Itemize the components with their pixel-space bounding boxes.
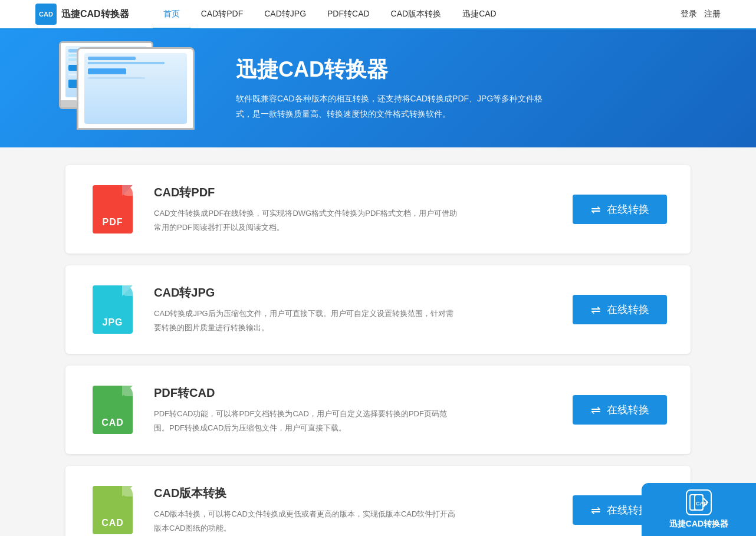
laptop-mockup [77, 47, 195, 130]
jpg-file-icon: JPG [93, 285, 133, 334]
card-cad-to-jpg: JPG CAD转JPG CAD转换成JPG后为压缩包文件，用户可直接下载。用户可… [65, 265, 691, 354]
jpg-file-label: JPG [102, 317, 123, 328]
float-btn-label: 迅捷CAD转换器 [669, 519, 728, 530]
float-cad-button[interactable]: CAD 迅捷CAD转换器 [642, 483, 756, 536]
nav-item-home[interactable]: 首页 [153, 0, 190, 29]
navbar: CAD 迅捷CAD转换器 首页 CAD转PDF CAD转JPG PDF转CAD … [0, 0, 756, 29]
nav-item-pdf-to-cad[interactable]: PDF转CAD [317, 0, 380, 29]
card-content-pdf-cad: PDF转CAD PDF转CAD功能，可以将PDF文档转换为CAD，用户可自定义选… [154, 385, 555, 435]
card-desc-jpg: CAD转换成JPG后为压缩包文件，用户可直接下载。用户可自定义设置转换范围，针对… [154, 307, 461, 334]
pdf-file-label: PDF [103, 217, 123, 228]
card-title-pdf-cad: PDF转CAD [154, 385, 555, 401]
cad-green-file-icon: CAD [93, 386, 133, 434]
card-cad-version: CAD CAD版本转换 CAD版本转换，可以将CAD文件转换成更低或者更高的版本… [65, 466, 691, 536]
cad-lime-file-label: CAD [101, 518, 124, 528]
convert-btn-jpg[interactable]: ⇌ 在线转换 [573, 295, 667, 324]
card-desc-pdf: CAD文件转换成PDF在线转换，可实现将DWG格式文件转换为PDF格式文档，用户… [154, 206, 461, 234]
pdf-file-icon: PDF [93, 185, 133, 234]
logo-text: 迅捷CAD转换器 [61, 8, 129, 21]
convert-btn-pdf-cad[interactable]: ⇌ 在线转换 [573, 395, 667, 425]
convert-label-pdf-cad: 在线转换 [607, 403, 649, 417]
nav-menu: 首页 CAD转PDF CAD转JPG PDF转CAD CAD版本转换 迅捷CAD [153, 0, 681, 29]
convert-icon-jpg: ⇌ [591, 302, 601, 317]
card-desc-version: CAD版本转换，可以将CAD文件转换成更低或者更高的版本，实现低版本CAD软件打… [154, 507, 461, 535]
card-desc-pdf-cad: PDF转CAD功能，可以将PDF文档转换为CAD，用户可自定义选择要转换的PDF… [154, 407, 461, 435]
card-content-version: CAD版本转换 CAD版本转换，可以将CAD文件转换成更低或者更高的版本，实现低… [154, 485, 555, 535]
card-icon-cad-lime: CAD [89, 484, 136, 536]
card-content-jpg: CAD转JPG CAD转换成JPG后为压缩包文件，用户可直接下载。用户可自定义设… [154, 285, 555, 334]
hero-banner: 转换 迅捷CAD转换器 软件既兼容CAD各种版本的相互转换，还支持将CAD转换成… [0, 29, 756, 147]
card-icon-jpg: JPG [89, 283, 136, 336]
logo-icon: CAD [35, 4, 57, 25]
convert-label-pdf: 在线转换 [607, 202, 649, 216]
card-icon-pdf: PDF [89, 183, 136, 236]
nav-item-cad-version[interactable]: CAD版本转换 [380, 0, 452, 29]
nav-auth: 登录 注册 [681, 9, 721, 19]
nav-item-cad-to-pdf[interactable]: CAD转PDF [190, 0, 254, 29]
card-title-jpg: CAD转JPG [154, 285, 555, 301]
login-link[interactable]: 登录 [681, 9, 697, 19]
convert-btn-pdf[interactable]: ⇌ 在线转换 [573, 195, 667, 224]
hero-desc: 软件既兼容CAD各种版本的相互转换，还支持将CAD转换成PDF、JPG等多种文件… [236, 91, 554, 121]
card-title-version: CAD版本转换 [154, 485, 555, 501]
cad-green-file-label: CAD [101, 417, 124, 428]
hero-image: 转换 [59, 41, 212, 136]
card-pdf-to-cad: CAD PDF转CAD PDF转CAD功能，可以将PDF文档转换为CAD，用户可… [65, 366, 691, 454]
convert-icon-pdf: ⇌ [591, 202, 601, 216]
cad-lime-file-icon: CAD [93, 486, 133, 534]
card-icon-cad-green: CAD [89, 383, 136, 436]
card-cad-to-pdf: PDF CAD转PDF CAD文件转换成PDF在线转换，可实现将DWG格式文件转… [65, 165, 691, 254]
card-content-pdf: CAD转PDF CAD文件转换成PDF在线转换，可实现将DWG格式文件转换为PD… [154, 185, 555, 234]
main-content: PDF CAD转PDF CAD文件转换成PDF在线转换，可实现将DWG格式文件转… [54, 165, 702, 536]
float-cad-icon: CAD [686, 489, 712, 515]
nav-item-xunjie-cad[interactable]: 迅捷CAD [452, 0, 507, 29]
convert-icon-pdf-cad: ⇌ [591, 403, 601, 417]
register-link[interactable]: 注册 [704, 9, 721, 19]
hero-title: 迅捷CAD转换器 [236, 55, 554, 84]
nav-item-cad-to-jpg[interactable]: CAD转JPG [254, 0, 317, 29]
hero-text-block: 迅捷CAD转换器 软件既兼容CAD各种版本的相互转换，还支持将CAD转换成PDF… [236, 55, 554, 121]
convert-icon-version: ⇌ [591, 503, 601, 517]
nav-logo[interactable]: CAD 迅捷CAD转换器 [35, 4, 129, 25]
convert-label-jpg: 在线转换 [607, 302, 649, 317]
card-title-pdf: CAD转PDF [154, 185, 555, 200]
